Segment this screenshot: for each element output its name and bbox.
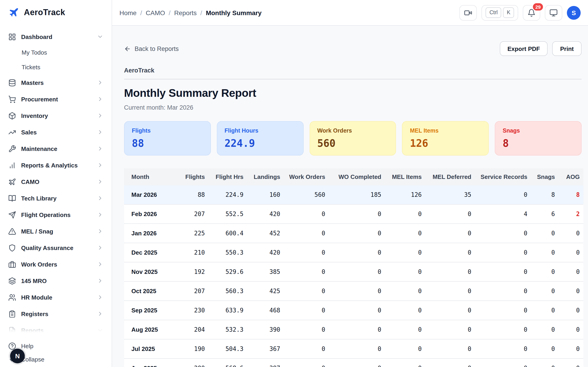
- sidebar-item-label: CAMO: [21, 178, 92, 185]
- command-palette-button[interactable]: Ctrl K: [482, 5, 518, 20]
- sidebar-item-quality-assurance[interactable]: Quality Assurance: [5, 240, 107, 256]
- table-row-feb-2026: Feb 2026207552.54200000462: [124, 204, 583, 224]
- display-mode-button[interactable]: [545, 5, 562, 20]
- sidebar-item-label: Flight Operations: [21, 211, 92, 218]
- month-cell: Jul 2025: [124, 339, 170, 359]
- cell-mel-deferred: 0: [425, 224, 475, 243]
- column-header-mel-deferred: MEL Deferred: [425, 168, 475, 185]
- export-pdf-button[interactable]: Export PDF: [500, 41, 548, 56]
- cell-work-orders: 0: [284, 339, 329, 359]
- user-avatar[interactable]: S: [567, 6, 581, 19]
- cell-snags: 0: [531, 243, 559, 262]
- stat-label: Snags: [502, 127, 574, 134]
- cell-mel-deferred: 0: [425, 243, 475, 262]
- sidebar-item-my-todos[interactable]: My Todos: [5, 45, 107, 60]
- sidebar-item-tickets[interactable]: Tickets: [5, 60, 107, 74]
- sidebar-item-flight-operations[interactable]: Flight Operations: [5, 206, 107, 223]
- footer-item-label: Collapse: [21, 356, 103, 363]
- cell-flights: 190: [170, 339, 208, 359]
- floating-widget-button[interactable]: N: [10, 349, 25, 363]
- cell-mel-deferred: 0: [425, 301, 475, 320]
- breadcrumb-home[interactable]: Home: [120, 9, 137, 16]
- cell-landings: 425: [247, 282, 284, 301]
- sidebar-item-procurement[interactable]: Procurement: [5, 91, 107, 107]
- cell-wo-completed: 0: [329, 301, 385, 320]
- main-content: Back to Reports Export PDF Print AeroTra…: [112, 26, 588, 367]
- chevron-right-icon: [97, 228, 103, 234]
- cell-landings: 397: [247, 359, 284, 367]
- chevron-down-icon: [97, 33, 103, 40]
- sidebar-item-label: Maintenance: [21, 145, 92, 152]
- sidebar-item-label: Procurement: [21, 96, 92, 102]
- cell-mel-deferred: 0: [425, 262, 475, 282]
- users-icon: [8, 293, 16, 301]
- cell-work-orders: 0: [284, 282, 329, 301]
- breadcrumb-reports[interactable]: Reports: [174, 9, 197, 16]
- sidebar-item-masters[interactable]: Masters: [5, 74, 107, 91]
- cell-service-records: 0: [475, 301, 531, 320]
- month-cell: Dec 2025: [124, 243, 170, 262]
- sidebar-item-label: Inventory: [21, 112, 92, 119]
- print-button[interactable]: Print: [552, 41, 582, 56]
- table-row-mar-2026: Mar 202688224.916056018512635088: [124, 185, 583, 204]
- cell-landings: 160: [247, 185, 284, 204]
- cell-work-orders: 560: [284, 185, 329, 204]
- topbar-actions: Ctrl K 29 S: [460, 5, 581, 20]
- cell-snags: 0: [531, 359, 559, 367]
- cell-wo-completed: 0: [329, 243, 385, 262]
- sidebar-item-reports-analytics[interactable]: Reports & Analytics: [5, 157, 107, 173]
- cell-snags: 0: [531, 301, 559, 320]
- table-header-row: MonthFlightsFlight HrsLandingsWork Order…: [124, 168, 583, 185]
- arrow-left-icon: [124, 45, 131, 52]
- cell-wo-completed: 0: [329, 282, 385, 301]
- chevron-right-icon: [97, 261, 103, 267]
- sidebar-item-145-mro[interactable]: 145 MRO: [5, 273, 107, 289]
- stat-card-mel-items: MEL Items126: [402, 121, 489, 156]
- sidebar-item-label: Reports: [21, 327, 92, 334]
- app-logo[interactable]: AeroTrack: [0, 0, 112, 25]
- page-title: Monthly Summary Report: [124, 87, 582, 100]
- sidebar-item-work-orders[interactable]: Work Orders: [5, 256, 107, 273]
- cell-aog: 2: [559, 204, 583, 224]
- report-actions: Export PDF Print: [500, 41, 582, 56]
- table-row-jul-2025: Jul 2025190504.33670000000: [124, 339, 583, 359]
- back-to-reports-link[interactable]: Back to Reports: [124, 45, 179, 52]
- sidebar-item-tech-library[interactable]: Tech Library: [5, 190, 107, 206]
- chevron-right-icon: [97, 162, 103, 168]
- cell-flights: 192: [170, 262, 208, 282]
- sidebar-item-sales[interactable]: Sales: [5, 124, 107, 140]
- sidebar-item-dashboard[interactable]: Dashboard: [5, 28, 107, 45]
- sidebar-item-reports[interactable]: Reports: [5, 322, 107, 339]
- month-cell: Sep 2025: [124, 301, 170, 320]
- sidebar-item-inventory[interactable]: Inventory: [5, 107, 107, 124]
- cell-mel-items: 0: [385, 301, 425, 320]
- stat-card-snags: Snags8: [495, 121, 582, 156]
- cell-aog: 0: [559, 301, 583, 320]
- book-icon: [8, 194, 16, 202]
- chevron-right-icon: [97, 178, 103, 185]
- sidebar-item-registers[interactable]: Registers: [5, 306, 107, 322]
- plane-icon: [8, 178, 16, 186]
- table-row-jun-2025: Jun 2025200568.63970000000: [124, 359, 583, 367]
- sidebar-item-hr-module[interactable]: HR Module: [5, 289, 107, 306]
- cell-snags: 8: [531, 185, 559, 204]
- sidebar-item-maintenance[interactable]: Maintenance: [5, 140, 107, 157]
- screen-record-button[interactable]: [460, 5, 477, 20]
- cell-landings: 420: [247, 204, 284, 224]
- cell-mel-items: 0: [385, 339, 425, 359]
- chevron-right-icon: [97, 311, 103, 317]
- chevron-right-icon: [97, 96, 103, 102]
- sidebar-item-mel-snag[interactable]: MEL / Snag: [5, 223, 107, 240]
- chevron-right-icon: [97, 277, 103, 284]
- column-header-flight-hrs: Flight Hrs: [208, 168, 247, 185]
- breadcrumb-camo[interactable]: CAMO: [146, 9, 165, 16]
- sidebar-item-label: Quality Assurance: [21, 244, 92, 251]
- table-row-jan-2026: Jan 2026225600.44520000000: [124, 224, 583, 243]
- sidebar-item-label: Tickets: [22, 64, 103, 70]
- notifications-button[interactable]: 29: [523, 5, 540, 20]
- cell-service-records: 0: [475, 359, 531, 367]
- cell-flights: 207: [170, 282, 208, 301]
- breadcrumb-separator: /: [169, 9, 171, 16]
- sidebar-item-camo[interactable]: CAMO: [5, 173, 107, 190]
- app-window: AeroTrack DashboardMy TodosTicketsMaster…: [0, 0, 588, 367]
